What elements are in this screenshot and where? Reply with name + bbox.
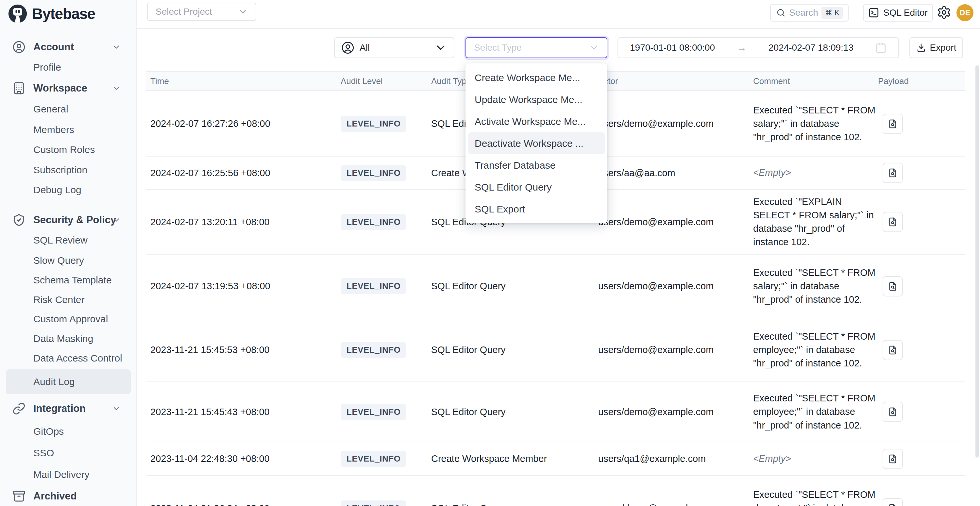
cell-audit-type: SQL Editor Query xyxy=(431,476,506,506)
sidebar-label: General xyxy=(33,103,68,115)
search-placeholder: Search xyxy=(789,8,818,18)
sidebar-section-integration[interactable]: Integration xyxy=(0,396,137,421)
sidebar-item-data-access-control[interactable]: Data Access Control xyxy=(0,346,137,371)
column-header-payload: Payload xyxy=(878,72,909,90)
cell-audit-level: LEVEL_INFO xyxy=(340,157,406,189)
sidebar-label: Audit Log xyxy=(33,376,75,387)
cell-audit-level: LEVEL_INFO xyxy=(340,382,406,442)
archive-icon xyxy=(13,490,25,503)
file-search-icon xyxy=(888,407,898,417)
cell-payload xyxy=(883,157,903,189)
sidebar-label: Account xyxy=(33,41,74,53)
cell-comment: Executed `"SELECT * FROM salary;"` in da… xyxy=(753,255,876,318)
type-option-deactivate-workspace[interactable]: Deactivate Workspace ... xyxy=(468,132,605,154)
cell-actor: users/qa1@example.com xyxy=(598,442,706,475)
payload-view-button[interactable] xyxy=(883,276,903,296)
cell-comment: Executed `"SELECT * FROM employee;"` in … xyxy=(753,382,876,442)
brand-logo[interactable]: Bytebase xyxy=(8,4,95,24)
column-header-comment: Comment xyxy=(753,72,790,90)
level-badge: LEVEL_INFO xyxy=(340,116,406,132)
sidebar-item-debug-log[interactable]: Debug Log xyxy=(0,178,137,202)
column-header-audit-level: Audit Level xyxy=(340,72,383,90)
search-shortcut-badge: ⌘ K xyxy=(821,7,843,19)
sidebar-label: Archived xyxy=(33,490,77,502)
table-row: 2024-02-07 13:19:53 +08:00LEVEL_INFOSQL … xyxy=(146,255,965,318)
cell-comment: Executed `"SELECT * FROM department;"` i… xyxy=(753,476,876,506)
cell-payload xyxy=(883,382,903,442)
search-input[interactable]: Search ⌘ K xyxy=(770,4,849,22)
sidebar-item-mail-delivery[interactable]: Mail Delivery xyxy=(0,462,137,487)
bytebase-logo-icon xyxy=(8,4,27,24)
vertical-scrollbar[interactable] xyxy=(975,65,979,458)
actor-filter-select[interactable]: All xyxy=(334,37,454,58)
file-search-icon xyxy=(888,281,898,291)
sidebar-item-sso[interactable]: SSO xyxy=(0,441,137,465)
download-icon xyxy=(916,43,926,53)
sidebar-section-archived[interactable]: Archived xyxy=(0,484,137,506)
payload-view-button[interactable] xyxy=(883,402,903,422)
type-option-sql-export[interactable]: SQL Export xyxy=(466,198,607,220)
sidebar-item-audit-log[interactable]: Audit Log xyxy=(6,369,131,394)
cell-audit-level: LEVEL_INFO xyxy=(340,190,406,254)
link-icon xyxy=(13,402,25,415)
search-icon xyxy=(776,8,786,18)
cell-payload xyxy=(883,442,903,475)
table-row: 2023-11-21 15:45:43 +08:00LEVEL_INFOSQL … xyxy=(146,382,965,442)
building-icon xyxy=(13,82,25,95)
table-row: 2023-11-21 15:45:53 +08:00LEVEL_INFOSQL … xyxy=(146,318,965,382)
chevron-down-icon xyxy=(112,215,121,224)
sidebar-label: Data Masking xyxy=(33,333,93,344)
cell-audit-level: LEVEL_INFO xyxy=(340,476,406,506)
payload-view-button[interactable] xyxy=(883,163,903,183)
chevron-down-icon xyxy=(238,7,248,17)
cell-actor: users/demo@example.com xyxy=(598,476,714,506)
file-search-icon xyxy=(888,454,898,464)
export-button[interactable]: Export xyxy=(909,37,963,58)
level-badge: LEVEL_INFO xyxy=(340,500,406,506)
gear-icon[interactable] xyxy=(937,5,951,20)
type-option-sql-editor-query[interactable]: SQL Editor Query xyxy=(466,176,607,198)
cell-audit-level: LEVEL_INFO xyxy=(340,318,406,382)
cell-actor: users/demo@example.com xyxy=(598,190,714,254)
sql-editor-label: SQL Editor xyxy=(883,8,928,18)
topbar-divider xyxy=(137,28,980,29)
sidebar-item-gitops[interactable]: GitOps xyxy=(0,419,137,444)
sql-editor-button[interactable]: SQL Editor xyxy=(863,4,933,22)
sidebar-label: Members xyxy=(33,124,74,135)
select-project-label: Select Project xyxy=(156,6,212,17)
payload-view-button[interactable] xyxy=(883,498,903,506)
export-label: Export xyxy=(930,43,956,53)
chevron-down-icon xyxy=(589,43,599,53)
type-option-create-workspace-me[interactable]: Create Workspace Me... xyxy=(466,67,607,89)
chevron-down-icon xyxy=(434,41,447,54)
payload-view-button[interactable] xyxy=(883,449,903,469)
file-search-icon xyxy=(888,119,898,129)
type-filter-placeholder: Select Type xyxy=(474,43,522,53)
select-project-dropdown[interactable]: Select Project xyxy=(147,3,256,21)
type-option-transfer-database[interactable]: Transfer Database xyxy=(466,154,607,176)
sidebar-label: Slow Query xyxy=(33,255,84,266)
user-avatar[interactable]: DE xyxy=(956,4,974,21)
chevron-down-icon xyxy=(112,404,121,413)
date-to-value: 2024-02-07 18:09:13 xyxy=(768,43,853,53)
payload-view-button[interactable] xyxy=(883,212,903,232)
chevron-down-icon xyxy=(112,43,121,52)
cell-comment: <Empty> xyxy=(753,157,876,189)
cell-time: 2023-11-21 15:45:43 +08:00 xyxy=(150,382,270,442)
cell-payload xyxy=(883,476,903,506)
type-option-update-workspace-me[interactable]: Update Workspace Me... xyxy=(466,89,607,110)
cell-actor: users/aa@aa.com xyxy=(598,157,675,189)
sidebar-label: Subscription xyxy=(33,164,87,175)
sidebar-label: Custom Roles xyxy=(33,144,95,155)
level-badge: LEVEL_INFO xyxy=(340,342,406,358)
cell-audit-type: SQL Editor Query xyxy=(431,318,506,382)
calendar-icon xyxy=(875,42,886,53)
type-option-activate-workspace-me[interactable]: Activate Workspace Me... xyxy=(466,110,607,132)
date-range-picker[interactable]: 1970-01-01 08:00:00 → 2024-02-07 18:09:1… xyxy=(617,37,899,58)
payload-view-button[interactable] xyxy=(883,340,903,360)
type-filter-select[interactable]: Select Type xyxy=(466,37,607,58)
sidebar-label: SQL Review xyxy=(33,235,88,246)
payload-view-button[interactable] xyxy=(883,114,903,134)
cell-actor: users/demo@example.com xyxy=(598,92,714,156)
cell-audit-type: Create Workspace Member xyxy=(431,442,547,475)
